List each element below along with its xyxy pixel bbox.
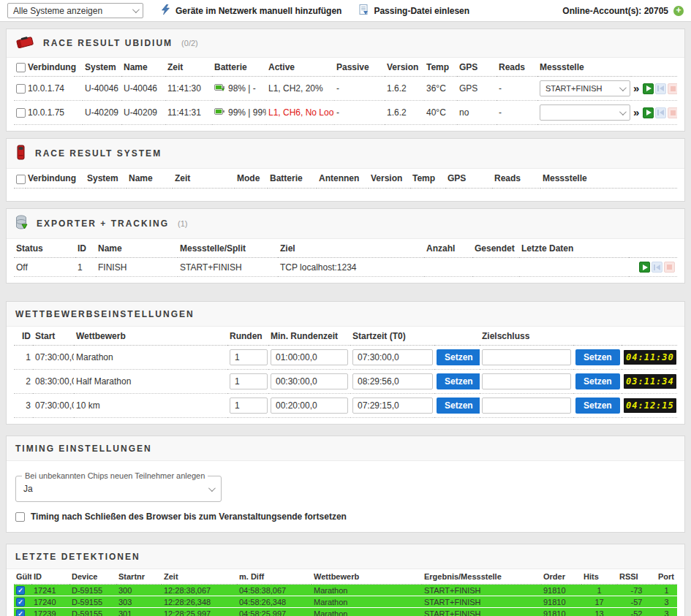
zielschluss-input[interactable] [482,349,571,365]
zielschluss-setzen-button[interactable]: Setzen [575,398,620,414]
select-all-checkbox[interactable] [16,175,26,184]
startzeit-input[interactable] [352,349,433,365]
row-checkbox[interactable] [16,108,26,118]
col-anzahl: Anzahl [424,239,472,258]
valid-checkbox[interactable]: ✓ [16,609,25,616]
cell-id: 17240 [31,596,69,608]
exporter-panel-header: EXPORTER + TRACKING (1) [7,209,684,239]
zielschluss-input[interactable] [482,398,571,414]
startzeit-input[interactable] [352,398,433,414]
chevron-down-icon [619,84,627,91]
zielschluss-input[interactable] [482,373,571,389]
cell-startnr: 300 [116,585,162,596]
runden-input[interactable] [230,349,268,365]
section-count: (0/2) [181,39,198,47]
cell-port: 3 [656,596,677,608]
runden-input[interactable] [230,373,268,389]
startzeit-input[interactable] [352,373,433,389]
startzeit-setzen-button[interactable]: Setzen [437,349,480,365]
stop-button[interactable] [668,83,677,94]
zielschluss-setzen-button[interactable]: Setzen [575,373,620,389]
col-batterie: Batterie [212,58,266,77]
cell-zeit: 11:41:31 [165,101,212,125]
cell-anzahl [424,258,472,277]
cell-startnr: 301 [116,608,162,616]
stop-button[interactable] [664,262,675,273]
cell-gps: GPS [457,77,496,101]
cell-rssi: -57 [617,596,656,608]
system-table: Verbindung System Name Zeit Mode Batteri… [14,169,677,195]
read-passing-file-button[interactable]: Passing-Datei einlesen [359,4,469,18]
ubidium-device-icon [15,35,34,51]
col-min-rundenzeit: Min. Rundenzeit [268,327,350,346]
col-gps: GPS [457,58,496,77]
zielschluss-setzen-button[interactable]: Setzen [575,349,620,365]
min-rundenzeit-input[interactable] [271,398,348,414]
table-row: 10.0.1.75 U-40209 U-40209 11:41:31 99% |… [14,101,677,125]
rewind-button[interactable] [655,83,666,94]
startzeit-setzen-button[interactable]: Setzen [437,373,480,389]
col-order: Order [541,569,581,585]
cell-temp: 36°C [424,77,457,101]
cell-hits: 13 [581,608,617,616]
cell-ziel: TCP localhost:1234 [278,258,424,277]
start-button[interactable] [643,107,654,118]
col-m-diff: m. Diff [237,569,311,585]
system-filter-select[interactable]: Alle Systeme anzeigen [7,3,143,18]
col-id: ID [75,239,96,258]
select-all-checkbox[interactable] [16,63,26,72]
rewind-button[interactable] [652,262,662,273]
start-button[interactable] [639,262,650,273]
wettbewerb-table: ID Start Wettbewerb Runden Min. Rundenze… [14,327,677,418]
runden-input[interactable] [230,398,268,414]
section-title: LETZTE DETEKTIONEN [15,552,140,562]
col-startzeit-t0: Startzeit (T0) [350,327,434,346]
cell-ergebnis: START+FINISH [422,596,541,608]
cell-order: 91810 [541,608,581,616]
valid-checkbox[interactable]: ✓ [16,598,25,607]
stop-button[interactable] [668,107,677,118]
messstelle-select[interactable]: START+FINISH [540,80,630,96]
col-active: Active [266,58,334,77]
col-antennen: Antennen [317,169,369,188]
expand-icon[interactable]: » [633,107,639,118]
document-icon [359,4,369,18]
min-rundenzeit-input[interactable] [271,373,348,389]
cell-id: 3 [14,394,33,418]
cell-verbindung: 10.0.1.75 [26,101,83,125]
valid-checkbox[interactable]: ✓ [16,586,25,595]
expand-icon[interactable]: » [633,83,639,94]
cell-reads: - [496,77,537,101]
min-rundenzeit-input[interactable] [271,349,348,365]
cell-m-diff: 04:58:38,067 [237,585,311,596]
table-header-row: Verbindung System Name Zeit Batterie Act… [14,58,677,77]
add-devices-label: Geräte im Netzwerk manuell hinzufügen [175,6,341,16]
cell-wettbewerb: 10 km [74,394,227,418]
messstelle-select[interactable] [540,104,630,121]
row-checkbox[interactable] [16,84,26,94]
rewind-button[interactable] [655,107,666,118]
race-clock: 04:12:15 [624,398,676,413]
wettbewerb-panel-header: WETTBEWERBSEINSTELLUNGEN [7,302,684,327]
cell-hits: 1 [581,585,617,596]
startzeit-setzen-button[interactable]: Setzen [437,398,480,414]
battery-icon [214,107,225,118]
cell-system: U-40046 [83,77,121,101]
cell-id: 17239 [31,608,69,616]
keep-timing-running-checkbox[interactable] [15,512,25,522]
table-row: 10.0.1.74 U-40046 U-40046 11:41:30 98% |… [14,77,677,101]
add-devices-button[interactable]: Geräte im Netzwerk manuell hinzufügen [161,4,341,17]
cell-wettbewerb: Marathon [74,346,227,370]
col-name: Name [96,239,178,258]
unknown-chips-select[interactable]: Ja [22,482,215,496]
cell-start: 07:30:00,0 [33,394,74,418]
chevron-down-icon [132,6,140,13]
col-ziel: Ziel [278,239,424,258]
col-name: Name [121,58,165,77]
cell-wettbewerb: Half Marathon [74,370,227,394]
cell-gesendet [472,258,519,277]
add-account-icon[interactable]: + [673,6,684,16]
cell-ergebnis: START+FINISH [422,608,541,616]
start-button[interactable] [643,83,654,94]
cell-batterie: 99% | 99% [212,101,266,125]
